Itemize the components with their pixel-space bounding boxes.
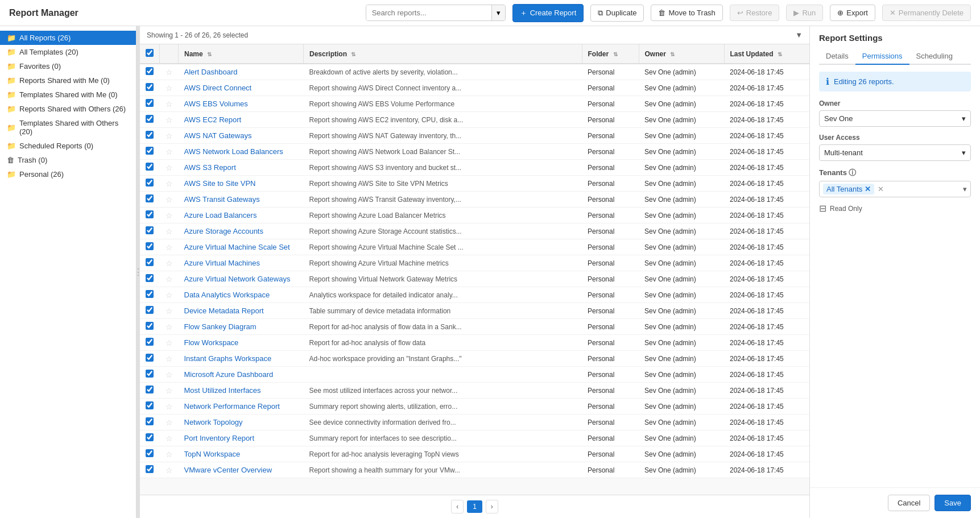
last-updated-column-header[interactable]: Last Updated ⇅ [724, 44, 809, 64]
star-icon[interactable]: ☆ [166, 338, 173, 347]
row-star-cell[interactable]: ☆ [160, 446, 179, 462]
save-button[interactable]: Save [934, 495, 971, 511]
description-column-header[interactable]: Description ⇅ [304, 44, 582, 64]
report-link[interactable]: Azure Storage Accounts [184, 227, 263, 235]
run-button[interactable]: ▶ Run [786, 5, 823, 21]
report-link[interactable]: Port Inventory Report [184, 434, 255, 442]
owner-column-header[interactable]: Owner ⇅ [639, 44, 724, 64]
check-all-header[interactable] [140, 44, 160, 64]
row-star-cell[interactable]: ☆ [160, 128, 179, 144]
star-icon[interactable]: ☆ [166, 370, 173, 379]
tenants-help-icon[interactable]: ⓘ [849, 168, 856, 177]
row-star-cell[interactable]: ☆ [160, 367, 179, 383]
row-checkbox-cell[interactable] [140, 176, 160, 192]
row-star-cell[interactable]: ☆ [160, 415, 179, 430]
row-checkbox[interactable] [146, 115, 154, 123]
row-star-cell[interactable]: ☆ [160, 176, 179, 192]
row-star-cell[interactable]: ☆ [160, 96, 179, 112]
all-tenants-tag-remove[interactable]: ✕ [865, 185, 871, 193]
row-checkbox-cell[interactable] [140, 351, 160, 367]
name-column-header[interactable]: Name ⇅ [179, 44, 304, 64]
search-dropdown-button[interactable]: ▾ [491, 5, 505, 20]
sidebar-item-personal[interactable]: 📁Personal (26) [0, 167, 136, 181]
report-link[interactable]: Flow Workspace [184, 338, 239, 347]
row-checkbox-cell[interactable] [140, 399, 160, 415]
row-checkbox-cell[interactable] [140, 415, 160, 430]
row-checkbox[interactable] [146, 67, 154, 75]
report-link[interactable]: AWS EBS Volumes [184, 100, 248, 108]
tenants-clear-button[interactable]: ✕ [878, 185, 884, 193]
star-icon[interactable]: ☆ [166, 275, 173, 284]
panel-tab-permissions[interactable]: Permissions [855, 48, 909, 65]
row-checkbox-cell[interactable] [140, 319, 160, 335]
sidebar-item-templates-shared-with-me[interactable]: 📁Templates Shared with Me (0) [0, 88, 136, 102]
permanently-delete-button[interactable]: ✕ Permanently Delete [882, 5, 971, 21]
star-icon[interactable]: ☆ [166, 418, 173, 427]
star-icon[interactable]: ☆ [166, 466, 173, 475]
row-star-cell[interactable]: ☆ [160, 64, 179, 80]
sidebar-item-reports-shared-with-me[interactable]: 📁Reports Shared with Me (0) [0, 73, 136, 88]
row-star-cell[interactable]: ☆ [160, 208, 179, 223]
star-icon[interactable]: ☆ [166, 243, 173, 252]
row-checkbox-cell[interactable] [140, 239, 160, 255]
row-checkbox[interactable] [146, 242, 154, 250]
row-star-cell[interactable]: ☆ [160, 255, 179, 271]
row-checkbox[interactable] [146, 338, 154, 346]
prev-page-button[interactable]: ‹ [451, 500, 464, 513]
report-link[interactable]: Network Topology [184, 418, 243, 426]
report-link[interactable]: AWS Transit Gateways [184, 195, 260, 204]
row-star-cell[interactable]: ☆ [160, 287, 179, 303]
row-checkbox[interactable] [146, 194, 154, 202]
star-icon[interactable]: ☆ [166, 227, 173, 236]
report-link[interactable]: VMware vCenter Overview [184, 466, 272, 474]
star-icon[interactable]: ☆ [166, 434, 173, 443]
report-link[interactable]: Azure Virtual Machines [184, 259, 260, 267]
panel-tab-scheduling[interactable]: Scheduling [909, 48, 960, 65]
row-checkbox[interactable] [146, 354, 154, 362]
row-checkbox[interactable] [146, 290, 154, 298]
sidebar-item-scheduled-reports[interactable]: 📁Scheduled Reports (0) [0, 139, 136, 153]
star-icon[interactable]: ☆ [166, 259, 173, 268]
row-checkbox[interactable] [146, 163, 154, 171]
row-checkbox-cell[interactable] [140, 367, 160, 383]
star-icon[interactable]: ☆ [166, 84, 173, 93]
row-checkbox[interactable] [146, 465, 154, 473]
row-checkbox[interactable] [146, 433, 154, 441]
row-star-cell[interactable]: ☆ [160, 239, 179, 255]
row-checkbox[interactable] [146, 147, 154, 155]
star-icon[interactable]: ☆ [166, 115, 173, 125]
star-icon[interactable]: ☆ [166, 402, 173, 411]
cancel-button[interactable]: Cancel [888, 495, 930, 511]
row-star-cell[interactable]: ☆ [160, 303, 179, 319]
row-checkbox-cell[interactable] [140, 335, 160, 351]
star-icon[interactable]: ☆ [166, 322, 173, 331]
row-checkbox[interactable] [146, 306, 154, 314]
sidebar-item-reports-shared-with-others[interactable]: 📁Reports Shared with Others (26) [0, 102, 136, 116]
star-icon[interactable]: ☆ [166, 179, 173, 188]
row-star-cell[interactable]: ☆ [160, 271, 179, 287]
report-link[interactable]: AWS Site to Site VPN [184, 179, 256, 188]
star-icon[interactable]: ☆ [166, 68, 173, 77]
create-report-button[interactable]: ＋ Create Report [512, 4, 584, 22]
row-star-cell[interactable]: ☆ [160, 192, 179, 208]
report-link[interactable]: Microsoft Azure Dashboard [184, 370, 274, 379]
filter-icon[interactable]: ▼ [795, 31, 803, 39]
owner-dropdown[interactable]: Sev One ▾ [819, 110, 971, 127]
row-checkbox-cell[interactable] [140, 208, 160, 223]
report-link[interactable]: Flow Sankey Diagram [184, 322, 257, 331]
folder-column-header[interactable]: Folder ⇅ [582, 44, 639, 64]
check-all-checkbox[interactable] [146, 49, 154, 57]
minus-icon[interactable]: ⊟ [819, 203, 826, 214]
panel-tab-details[interactable]: Details [819, 48, 855, 65]
search-input[interactable] [366, 5, 491, 20]
row-checkbox-cell[interactable] [140, 112, 160, 128]
row-checkbox-cell[interactable] [140, 128, 160, 144]
sidebar-item-all-templates[interactable]: 📁All Templates (20) [0, 45, 136, 59]
sidebar-item-favorites[interactable]: 📁Favorites (0) [0, 59, 136, 73]
report-link[interactable]: Device Metadata Report [184, 306, 264, 315]
row-checkbox[interactable] [146, 274, 154, 282]
row-checkbox[interactable] [146, 417, 154, 425]
row-checkbox-cell[interactable] [140, 287, 160, 303]
row-checkbox-cell[interactable] [140, 96, 160, 112]
duplicate-button[interactable]: ⧉ Duplicate [590, 5, 644, 22]
